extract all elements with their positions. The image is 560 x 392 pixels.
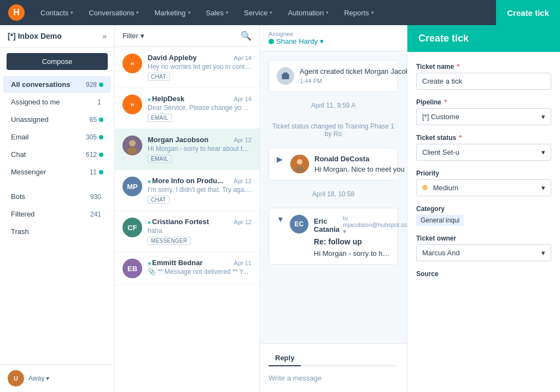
sidebar-item-assigned-to-me[interactable]: Assigned to me 1: [3, 93, 111, 110]
sidebar-item-email[interactable]: Email 305: [3, 128, 111, 145]
search-button[interactable]: 🔍: [241, 31, 252, 41]
chevron-down-icon: ▾: [541, 113, 545, 121]
avatar: EB: [122, 259, 142, 278]
reply-tab[interactable]: Reply: [269, 350, 301, 366]
svg-text:H: H: [131, 61, 134, 66]
ticket-status-group: Ticket status * Client Set-u ▾: [416, 134, 551, 161]
create-ticket-button[interactable]: Create tick: [496, 0, 560, 25]
nav-logo[interactable]: H: [0, 0, 33, 25]
ticket-name-group: Ticket name * Create a tick: [416, 63, 551, 90]
conversation-item[interactable]: CF ●Cristiano Fortest Apr 12 haha MESSEN…: [115, 211, 259, 252]
filter-button[interactable]: Filter ▾: [122, 32, 144, 40]
unread-dot: [99, 83, 103, 87]
main-container: [*] Inbox Demo » Compose All conversatio…: [0, 25, 560, 392]
conversation-body: ●Emmitt Bednar Apr 11 📎 ** Message not d…: [148, 259, 252, 276]
assignee-section: Assignee Shane Hardy ▾: [269, 31, 324, 45]
conversation-body: Morgan Jacobson Apr 12 Hi Morgan - sorry…: [148, 136, 252, 163]
status-change: Ticket status changed to Training Phase …: [269, 119, 398, 141]
avatar: MP: [122, 177, 142, 196]
ticket-status-select[interactable]: Client Set-u ▾: [416, 144, 551, 161]
sender-avatar: EC: [290, 215, 308, 233]
top-nav: H Contacts ▾ Conversations ▾ Marketing ▾…: [0, 0, 560, 25]
filter-bar: Filter ▾ 🔍: [115, 25, 259, 47]
nav-right: Create tick: [496, 0, 560, 25]
chevron-down-icon: ▾: [371, 10, 374, 15]
assignee-name[interactable]: Shane Hardy ▾: [269, 37, 324, 45]
channel-tag: CHAT: [148, 73, 170, 81]
unread-dot: [99, 170, 103, 174]
channel-tag: EMAIL: [148, 155, 172, 163]
collapse-icon[interactable]: ▼: [277, 215, 284, 224]
svg-point-10: [297, 159, 302, 165]
message-block: Agent created ticket Morgan Jacobson #25…: [269, 60, 398, 92]
compose-button[interactable]: Compose: [7, 53, 108, 70]
nav-sales[interactable]: Sales ▾: [199, 0, 237, 25]
pipeline-select[interactable]: [*] Custome ▾: [416, 108, 551, 125]
expand-icon[interactable]: ▶: [277, 155, 283, 163]
nav-automation[interactable]: Automation ▾: [280, 0, 336, 25]
sender-avatar: [290, 155, 309, 173]
chevron-down-icon: ▾: [188, 10, 191, 15]
nav-marketing[interactable]: Marketing ▾: [147, 0, 198, 25]
sidebar-item-filtered[interactable]: Filtered 241: [3, 206, 111, 223]
sidebar-item-unassigned[interactable]: Unassigned 65: [3, 111, 111, 128]
priority-select[interactable]: Medium ▾: [416, 179, 551, 196]
ticket-icon: [277, 67, 294, 85]
sidebar-item-messenger[interactable]: Messenger 11: [3, 163, 111, 180]
conversation-main: Assignee Shane Hardy ▾ Agent created tic…: [260, 25, 407, 392]
collapse-icon[interactable]: »: [102, 32, 107, 40]
nav-service[interactable]: Service ▾: [236, 0, 280, 25]
conversation-body: ●Cristiano Fortest Apr 12 haha MESSENGER: [148, 218, 252, 245]
conversation-item[interactable]: MP ●More Info on Produ... Apr 12 I'm sor…: [115, 170, 259, 211]
svg-point-8: [127, 147, 138, 155]
date-separator: April 18, 10:58: [269, 187, 398, 201]
category-value[interactable]: General inqui: [416, 215, 551, 226]
svg-text:H: H: [131, 102, 134, 107]
chevron-down-icon: ▾: [326, 10, 329, 15]
messages-area: Agent created ticket Morgan Jacobson #25…: [260, 51, 407, 343]
sidebar-item-bots[interactable]: Bots 930: [3, 188, 111, 205]
ticket-owner-group: Ticket owner Marcus And ▾: [416, 235, 551, 261]
message-subject: Re: follow up: [314, 237, 390, 246]
conversation-item-selected[interactable]: Morgan Jacobson Apr 12 Hi Morgan - sorry…: [115, 129, 259, 170]
conversation-item[interactable]: H ●HelpDesk Apr 14 Dear Service, Please …: [115, 88, 259, 129]
avatar: CF: [122, 218, 142, 237]
chevron-down-icon: ▾: [541, 148, 545, 156]
ticket-owner-select[interactable]: Marcus And ▾: [416, 244, 551, 261]
nav-conversations[interactable]: Conversations ▾: [81, 0, 147, 25]
sidebar-item-chat[interactable]: Chat 612: [3, 146, 111, 163]
chevron-down-icon: ▾: [270, 10, 272, 15]
priority-dot: [422, 185, 428, 190]
conversation-item[interactable]: EB ●Emmitt Bednar Apr 11 📎 ** Message no…: [115, 252, 259, 285]
create-ticket-panel: Create tick Ticket name * Create a tick …: [407, 25, 560, 392]
conversation-body: ●More Info on Produ... Apr 12 I'm sorry,…: [148, 177, 252, 204]
svg-point-11: [295, 166, 305, 173]
unread-dot: [99, 118, 103, 122]
reply-section: Reply Write a message: [260, 343, 407, 392]
pipeline-group: Pipeline * [*] Custome ▾: [416, 98, 551, 125]
chevron-down-icon: ▾: [541, 184, 545, 192]
sidebar-nav: All conversations 928 Assigned to me 1 U…: [0, 75, 114, 181]
sidebar-item-trash[interactable]: Trash: [3, 223, 111, 240]
date-separator: April 11, 9:59 A: [269, 98, 398, 113]
panel-title: Create tick: [407, 25, 560, 52]
ticket-name-input[interactable]: Create a tick: [416, 73, 551, 90]
conversation-body: David Appleby Apr 14 Hey no worries let …: [148, 54, 252, 81]
reply-input[interactable]: Write a message: [269, 371, 398, 385]
priority-group: Priority Medium ▾: [416, 169, 551, 196]
nav-contacts[interactable]: Contacts ▾: [33, 0, 81, 25]
nav-reports[interactable]: Reports ▾: [336, 0, 382, 25]
avatar: [122, 136, 142, 155]
avatar: H: [122, 95, 142, 114]
user-status: Away ▾: [28, 375, 49, 382]
status-dot: [269, 39, 274, 44]
user-status-area[interactable]: U Away ▾: [0, 364, 114, 392]
message-block: ▼ EC Eric Catania to mjacobson@hubspot.c…: [269, 208, 398, 265]
conversation-item[interactable]: H David Appleby Apr 14 Hey no worries le…: [115, 47, 259, 88]
sidebar-item-all-conversations[interactable]: All conversations 928: [3, 76, 111, 93]
chevron-down-icon: ▾: [226, 10, 229, 15]
workspace-title: [*] Inbox Demo: [8, 32, 98, 40]
channel-tag: MESSENGER: [148, 237, 191, 245]
message-block: ▶ Ronald DeCosta Hi Morgan, Nice to meet…: [269, 148, 398, 180]
sidebar-other-section: Bots 930 Filtered 241 Trash: [0, 188, 114, 241]
